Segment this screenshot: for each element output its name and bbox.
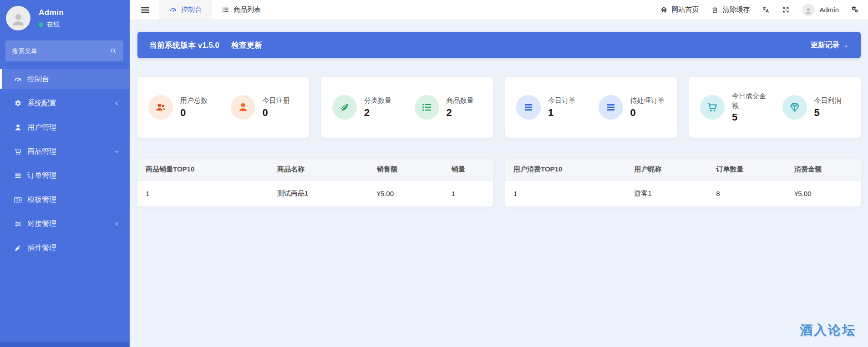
- table-row[interactable]: 1 游客1 8 ¥5.00: [505, 181, 861, 207]
- gauge-icon: [14, 75, 22, 84]
- chevron-down-icon: [114, 149, 120, 155]
- table-header-row: 商品销量TOP10 商品名称 销售额 销量: [137, 159, 493, 181]
- changelog-link[interactable]: 更新记录 →: [811, 40, 849, 50]
- tables-row: 商品销量TOP10 商品名称 销售额 销量 1 测试商品1 ¥5.00: [137, 159, 861, 206]
- sidebar-item-dashboard[interactable]: 控制台: [0, 69, 129, 89]
- stat-today-registered: 今日注册 0: [223, 95, 306, 120]
- stat-category-count: 分类数量 2: [325, 95, 407, 120]
- stat-card-orders: 今日订单 1 待处理订单 0: [505, 77, 677, 138]
- top-users-table: 用户消费TOP10 用户昵称 订单数量 消费金额 1 游客1 8: [505, 159, 861, 206]
- table-cell: 1: [505, 181, 626, 207]
- stat-value: 0: [263, 107, 290, 119]
- gear-icon: [14, 99, 22, 108]
- main-area: 控制台 商品列表 网站首页 清除缓存: [130, 0, 868, 347]
- table-cell: 8: [708, 181, 786, 207]
- chevron-icon: [114, 173, 120, 179]
- column-header: 商品销量TOP10: [137, 159, 269, 181]
- stat-label: 今日订单: [548, 96, 575, 105]
- sidebar-item-template-management[interactable]: 模板管理: [0, 190, 129, 210]
- sidebar-item-system-config[interactable]: 系统配置: [0, 93, 129, 113]
- user-name: Admin: [39, 8, 64, 17]
- clear-cache-label: 清除缓存: [722, 5, 750, 14]
- stat-today-revenue: 今日成交金额 5: [693, 91, 775, 123]
- chevron-icon: [114, 197, 120, 203]
- sidebar-user-panel[interactable]: Admin 在线: [0, 0, 129, 35]
- stat-label: 今日成交金额: [732, 91, 772, 110]
- user-icon: [237, 101, 249, 113]
- sidebar-item-label: 系统配置: [27, 99, 56, 108]
- stat-today-profit: 今日利润 5: [775, 95, 858, 120]
- search-input[interactable]: [12, 47, 110, 55]
- sidebar-item-order-management[interactable]: 订单管理: [0, 166, 129, 186]
- stat-icon-circle: [782, 95, 807, 120]
- fullscreen-icon[interactable]: [782, 6, 790, 14]
- avatar: [802, 4, 815, 16]
- stat-product-count: 商品数量 2: [407, 95, 490, 120]
- gauge-icon: [169, 6, 177, 14]
- table-row[interactable]: 1 测试商品1 ¥5.00 1: [137, 181, 493, 207]
- chevron-left-icon: [114, 221, 120, 227]
- stat-label: 今日利润: [814, 96, 842, 105]
- table-cell: ¥5.00: [369, 181, 443, 207]
- clear-cache-link[interactable]: 清除缓存: [711, 5, 750, 14]
- leaf-icon: [339, 101, 350, 113]
- topbar: 控制台 商品列表 网站首页 清除缓存: [130, 0, 868, 20]
- stat-label: 商品数量: [447, 96, 474, 105]
- sidebar-item-integration-management[interactable]: 对接管理: [0, 214, 129, 234]
- stat-label: 待处理订单: [630, 96, 665, 105]
- tab-label: 控制台: [181, 5, 202, 14]
- list-icon: [222, 6, 229, 14]
- column-header: 商品名称: [269, 159, 369, 181]
- stat-label: 分类数量: [364, 96, 391, 105]
- topbar-user-name: Admin: [819, 6, 839, 14]
- user-icon: [14, 123, 22, 132]
- check-update-link[interactable]: 检查更新: [231, 40, 262, 50]
- stat-value: 2: [364, 107, 391, 119]
- sidebar-item-plugin-management[interactable]: 插件管理: [0, 238, 129, 258]
- menu-icon[interactable]: [140, 5, 150, 15]
- table-cell: 1: [443, 181, 493, 207]
- content: 当前系统版本 v1.5.0 检查更新 更新记录 → 用户总数 0: [130, 20, 868, 347]
- sidebar-item-product-management[interactable]: 商品管理: [0, 141, 129, 161]
- watermark: 酒入论坛: [800, 322, 856, 339]
- column-header: 用户消费TOP10: [505, 159, 626, 181]
- tab-dashboard[interactable]: 控制台: [159, 0, 212, 20]
- sliders-icon: [14, 220, 22, 228]
- stat-value: 2: [447, 107, 474, 119]
- stat-icon-circle: [231, 95, 255, 120]
- chevron-left-icon: [114, 101, 120, 106]
- version-banner: 当前系统版本 v1.5.0 检查更新 更新记录 →: [137, 32, 861, 58]
- stat-value: 5: [814, 107, 842, 119]
- stat-today-orders: 今日订单 1: [509, 95, 591, 120]
- sidebar-item-label: 用户管理: [27, 123, 56, 132]
- users-icon: [155, 101, 167, 113]
- tab-product-list[interactable]: 商品列表: [212, 0, 271, 20]
- plug-icon: [14, 244, 22, 252]
- topbar-actions: 网站首页 清除缓存 Admin: [660, 4, 868, 16]
- cogs-icon[interactable]: [851, 6, 859, 14]
- chevron-icon: [114, 125, 120, 131]
- table-cell: 游客1: [626, 181, 708, 207]
- stat-value: 5: [732, 111, 772, 123]
- sidebar-item-label: 控制台: [27, 75, 49, 84]
- sidebar-item-user-management[interactable]: 用户管理: [0, 117, 129, 137]
- stat-value: 1: [548, 107, 575, 119]
- list-icon: [421, 101, 433, 113]
- stat-icon-circle: [700, 95, 725, 120]
- stat-icon-circle: [148, 95, 173, 120]
- table-cell: 测试商品1: [269, 181, 369, 207]
- user-menu[interactable]: Admin: [802, 4, 839, 16]
- stat-cards-row: 用户总数 0 今日注册 0: [137, 77, 861, 138]
- search-icon[interactable]: [110, 47, 117, 55]
- site-home-link[interactable]: 网站首页: [660, 5, 699, 14]
- person-icon: [10, 12, 26, 27]
- sidebar-search: [5, 40, 123, 61]
- stat-card-users: 用户总数 0 今日注册 0: [137, 77, 309, 138]
- cart-icon: [706, 101, 718, 113]
- site-home-label: 网站首页: [671, 5, 699, 14]
- stat-value: 0: [630, 107, 665, 119]
- table-header-row: 用户消费TOP10 用户昵称 订单数量 消费金额: [505, 159, 861, 181]
- tab-label: 商品列表: [233, 5, 261, 14]
- translate-icon[interactable]: [762, 6, 770, 14]
- top-products-table: 商品销量TOP10 商品名称 销售额 销量 1 测试商品1 ¥5.00: [137, 159, 493, 206]
